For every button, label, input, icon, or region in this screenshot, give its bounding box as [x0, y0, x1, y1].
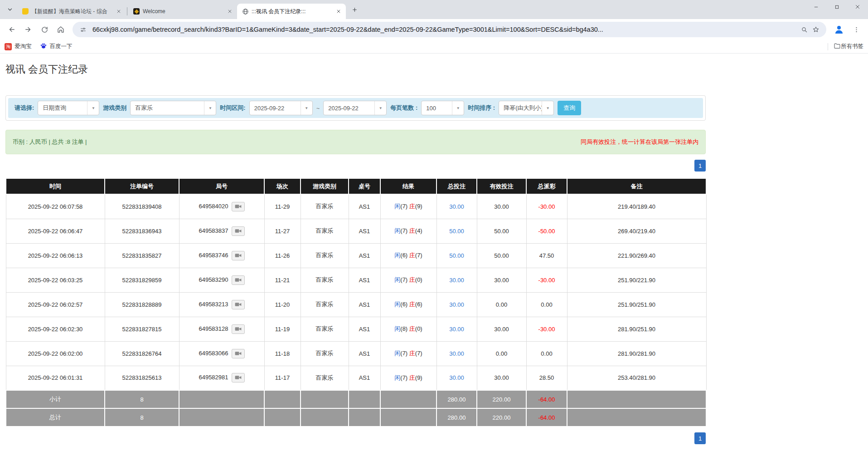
round-number: 649583066	[199, 349, 228, 356]
reload-button[interactable]	[37, 22, 52, 37]
browser-menu-button[interactable]	[849, 22, 863, 37]
page-number-button[interactable]: 1	[694, 432, 706, 444]
cell-payout: 28.50	[526, 366, 567, 390]
date-start-select[interactable]: 2025-09-22 ▼	[249, 101, 313, 115]
bookmark-baidu[interactable]: 百度一下	[40, 42, 73, 51]
url-text: 66cxkj98.com/game/betrecord_search/kind3…	[92, 26, 795, 33]
all-bookmarks[interactable]: 所有书签	[828, 42, 863, 51]
round-video-button[interactable]	[232, 300, 245, 309]
forward-button[interactable]	[21, 22, 35, 37]
currency-total-text: 币别 : 人民币 | 总共 :8 注单 |	[13, 138, 87, 146]
page-number-button[interactable]: 1	[694, 160, 706, 172]
new-tab-button[interactable]	[349, 4, 360, 15]
round-number: 649583128	[199, 325, 228, 332]
video-camera-icon	[235, 204, 242, 211]
tab-close-icon[interactable]	[335, 8, 342, 15]
table-row: 2025-09-22 06:07:58522831839408649584020…	[6, 194, 706, 219]
round-video-button[interactable]	[232, 324, 245, 334]
video-camera-icon	[235, 351, 242, 358]
cell-game: 百家乐	[301, 292, 349, 317]
bookmark-star-icon[interactable]	[810, 24, 822, 35]
table-header-cell: 有效投注	[477, 178, 526, 194]
query-type-label: 请选择:	[15, 104, 34, 112]
cell-session: 11-18	[264, 341, 301, 366]
game-category-select[interactable]: 百家乐 ▼	[130, 101, 216, 115]
round-video-button[interactable]	[232, 373, 245, 382]
cell-session: 11-21	[264, 268, 301, 292]
cell-total-bet: 50.00	[436, 243, 477, 268]
cell-table: AS1	[349, 317, 380, 341]
page-title: 视讯 会员下注纪录	[5, 63, 706, 76]
cell-session: 11-19	[264, 317, 301, 341]
cell-valid-bet: 30.00	[477, 317, 526, 341]
query-type-select[interactable]: 日期查询 ▼	[38, 101, 99, 115]
cell-table: AS1	[349, 219, 380, 243]
cell-round: 649583746	[179, 243, 264, 268]
tab-search-button[interactable]	[4, 3, 16, 16]
cell-session: 11-20	[264, 292, 301, 317]
bookmark-taobao[interactable]: 淘 爱淘宝	[5, 43, 32, 50]
search-button[interactable]: 查询	[558, 101, 581, 115]
video-camera-icon	[235, 375, 242, 382]
sum-count: 8	[105, 390, 179, 408]
close-window-button[interactable]	[847, 0, 868, 14]
cell-bet-id: 522831835827	[105, 243, 179, 268]
round-number: 649584020	[199, 203, 228, 210]
cell-session: 11-26	[264, 243, 301, 268]
tab-close-icon[interactable]	[226, 8, 233, 15]
cell-valid-bet: 30.00	[477, 268, 526, 292]
date-end-select[interactable]: 2025-09-22 ▼	[323, 101, 387, 115]
sum-total-bet: 280.00	[436, 408, 477, 426]
table-header-cell: 游戏类别	[301, 178, 349, 194]
cell-valid-bet: 30.00	[477, 194, 526, 219]
chevron-down-icon: ▼	[374, 101, 386, 115]
round-video-button[interactable]	[232, 349, 245, 358]
cell-payout: -50.00	[526, 219, 567, 243]
taobao-icon: 淘	[5, 43, 12, 50]
table-header-cell: 总投注	[436, 178, 477, 194]
sum-label: 总计	[6, 408, 105, 426]
cell-valid-bet: 30.00	[477, 366, 526, 390]
total-row: 总计8280.00220.00-64.00	[6, 408, 706, 426]
minimize-button[interactable]	[805, 0, 826, 14]
round-number: 649583213	[199, 300, 228, 307]
round-video-button[interactable]	[232, 226, 245, 236]
table-header-cell: 备注	[567, 178, 706, 194]
cell-bet-id: 522831829859	[105, 268, 179, 292]
cell-session: 11-27	[264, 219, 301, 243]
cell-round: 649583066	[179, 341, 264, 366]
cell-note: 251.90/251.90	[567, 292, 706, 317]
round-video-button[interactable]	[232, 202, 245, 211]
home-button[interactable]	[53, 22, 68, 37]
cell-result: 闲(6) 庄(7)	[380, 243, 436, 268]
betting-table-body: 2025-09-22 06:07:58522831839408649584020…	[6, 194, 706, 426]
table-header-cell: 时间	[6, 178, 105, 194]
browser-tab-welcome[interactable]: Welcome	[128, 4, 237, 19]
table-header-cell: 场次	[264, 178, 301, 194]
back-button[interactable]	[5, 22, 19, 37]
cell-bet-id: 522831827815	[105, 317, 179, 341]
date-range-tilde: ~	[316, 105, 320, 112]
chevron-down-icon: ▼	[452, 101, 464, 115]
cell-table: AS1	[349, 366, 380, 390]
sum-payout: -64.00	[526, 408, 567, 426]
browser-tab-forum[interactable]: 【新提醒】海燕策略论坛 - 综合	[17, 4, 126, 19]
cell-note: 269.40/219.40	[567, 219, 706, 243]
filter-bar: 请选择: 日期查询 ▼ 游戏类别 百家乐 ▼ 时间区间: 2025-09-22 …	[8, 98, 703, 118]
time-sort-select[interactable]: 降幂(由大到小) ▼	[499, 101, 554, 115]
url-bar[interactable]: 66cxkj98.com/game/betrecord_search/kind3…	[73, 22, 826, 37]
tab-favicon-welcome	[133, 8, 140, 15]
tab-close-icon[interactable]	[115, 8, 122, 15]
round-video-button[interactable]	[232, 251, 245, 260]
table-row: 2025-09-22 06:02:30522831827815649583128…	[6, 317, 706, 341]
cell-round: 649583128	[179, 317, 264, 341]
maximize-button[interactable]	[826, 0, 847, 14]
avatar[interactable]	[832, 22, 846, 37]
zoom-icon[interactable]	[798, 24, 810, 35]
browser-tab-bet-records[interactable]: :::视讯 会员下注纪录:::	[237, 4, 346, 19]
per-page-select[interactable]: 100 ▼	[421, 101, 464, 115]
chevron-down-icon: ▼	[301, 101, 312, 115]
cell-round: 649582981	[179, 366, 264, 390]
site-info-icon[interactable]	[77, 24, 89, 35]
round-video-button[interactable]	[232, 275, 245, 285]
